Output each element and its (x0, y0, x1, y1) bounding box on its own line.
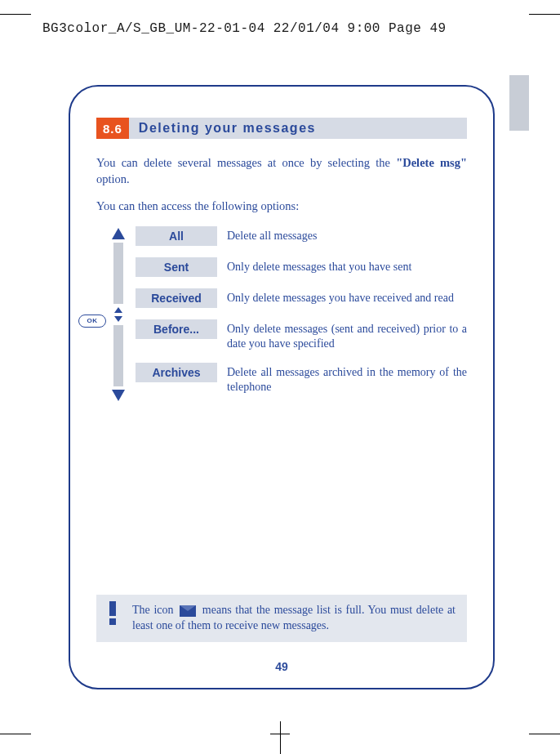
mini-arrow-down-icon (114, 316, 122, 322)
print-time: 9:00 (348, 21, 380, 36)
option-row: Before... Only delete messages (sent and… (136, 319, 467, 351)
option-row: Sent Only delete messages that you have … (136, 257, 467, 277)
intro-text: You can delete several messages at once … (96, 156, 396, 169)
scroll-bar-segment (113, 243, 123, 304)
intro-text-end: option. (96, 172, 130, 185)
print-header: BG3color_A/S_GB_UM-22-01-04 22/01/04 9:0… (42, 21, 518, 36)
option-label: Sent (136, 257, 217, 277)
mini-arrow-up-icon (114, 307, 122, 313)
intro-paragraph-1: You can delete several messages at once … (96, 155, 467, 187)
note-text-a: The icon (132, 604, 177, 616)
print-file: BG3color_A/S_GB_UM-22-01-04 (42, 21, 265, 36)
page-frame: 8.6 Deleting your messages You can delet… (69, 85, 495, 689)
options-area: OK All Delete all messages Sent Only del… (96, 226, 467, 414)
option-row: Received Only delete messages you have r… (136, 288, 467, 308)
print-page: Page 49 (389, 21, 447, 36)
edge-tab (509, 75, 529, 131)
option-label: Received (136, 288, 217, 308)
ok-label: OK (87, 317, 98, 324)
section-title-bar: Deleting your messages (129, 118, 467, 139)
option-label: Archives (136, 363, 217, 382)
section-header: 8.6 Deleting your messages (96, 118, 467, 139)
print-date: 22/01/04 (273, 21, 340, 36)
scroll-bar-segment (113, 325, 123, 386)
option-desc: Only delete messages (sent and received)… (227, 319, 467, 351)
option-desc: Only delete messages you have received a… (227, 288, 454, 306)
section-number: 8.6 (96, 118, 129, 139)
exclamation-icon (108, 601, 118, 625)
envelope-full-icon (180, 605, 196, 617)
section-title: Deleting your messages (139, 121, 316, 136)
option-desc: Delete all messages (227, 226, 317, 243)
note-text: The icon means that the message list is … (132, 603, 456, 634)
scroll-indicator (111, 226, 126, 406)
option-desc: Only delete messages that you have sent (227, 257, 411, 274)
arrow-up-icon (112, 228, 125, 239)
option-row: Archives Delete all messages archived in… (136, 363, 467, 395)
option-label: Before... (136, 319, 217, 339)
option-desc: Delete all messages archived in the memo… (227, 363, 467, 395)
page-number: 49 (70, 660, 493, 673)
option-row: All Delete all messages (136, 226, 467, 246)
options-list: All Delete all messages Sent Only delete… (136, 226, 467, 395)
note-box: The icon means that the message list is … (96, 595, 467, 642)
arrow-down-icon (112, 390, 125, 401)
intro-bold: "Delete msg" (396, 156, 467, 169)
ok-button-icon: OK (78, 315, 106, 328)
intro-paragraph-2: You can then access the following option… (96, 199, 467, 215)
option-label: All (136, 226, 217, 246)
